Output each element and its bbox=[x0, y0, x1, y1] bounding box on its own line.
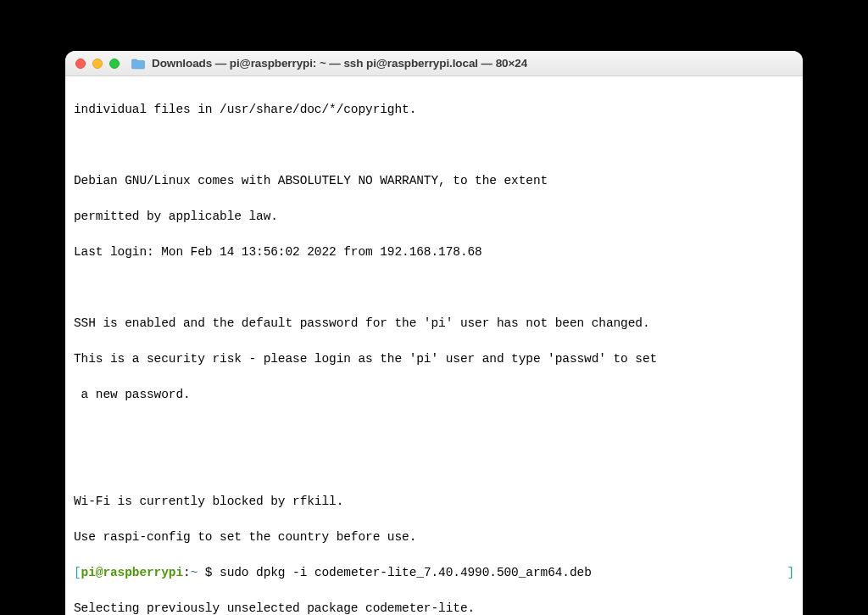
prompt-path: ~ bbox=[191, 566, 198, 579]
minimize-button[interactable] bbox=[92, 59, 103, 69]
prompt-dollar: $ bbox=[198, 566, 220, 579]
motd-line bbox=[74, 422, 794, 439]
motd-line: permitted by applicable law. bbox=[74, 208, 794, 226]
motd-line: This is a security risk - please login a… bbox=[74, 350, 794, 368]
terminal-output[interactable]: individual files in /usr/share/doc/*/cop… bbox=[65, 76, 803, 615]
zoom-button[interactable] bbox=[109, 59, 120, 69]
prompt-user-host: pi@raspberrypi bbox=[81, 566, 183, 579]
motd-line: SSH is enabled and the default password … bbox=[74, 315, 794, 333]
title-bar[interactable]: Downloads — pi@raspberrypi: ~ — ssh pi@r… bbox=[65, 51, 803, 76]
motd-line: a new password. bbox=[74, 386, 794, 404]
motd-line bbox=[74, 457, 794, 475]
command-text: sudo dpkg -i codemeter-lite_7.40.4990.50… bbox=[220, 566, 592, 579]
folder-icon bbox=[131, 58, 145, 70]
motd-line bbox=[74, 137, 794, 154]
motd-line: Last login: Mon Feb 14 13:56:02 2022 fro… bbox=[74, 243, 794, 261]
prompt-close-bracket: ] bbox=[787, 564, 794, 582]
motd-line: Use raspi-config to set the country befo… bbox=[74, 528, 794, 546]
motd-line bbox=[74, 279, 794, 297]
close-button[interactable] bbox=[75, 59, 86, 69]
window-title: Downloads — pi@raspberrypi: ~ — ssh pi@r… bbox=[152, 57, 527, 70]
output-line: Selecting previously unselected package … bbox=[74, 600, 794, 615]
traffic-lights bbox=[75, 59, 120, 69]
prompt-colon: : bbox=[183, 566, 191, 579]
prompt-open-bracket: [ bbox=[74, 566, 81, 579]
motd-line: Wi-Fi is currently blocked by rfkill. bbox=[74, 493, 794, 511]
prompt-line: [pi@raspberrypi:~ $ sudo dpkg -i codemet… bbox=[74, 564, 794, 582]
terminal-window: Downloads — pi@raspberrypi: ~ — ssh pi@r… bbox=[65, 51, 803, 615]
motd-line: individual files in /usr/share/doc/*/cop… bbox=[74, 101, 794, 119]
motd-line: Debian GNU/Linux comes with ABSOLUTELY N… bbox=[74, 172, 794, 190]
